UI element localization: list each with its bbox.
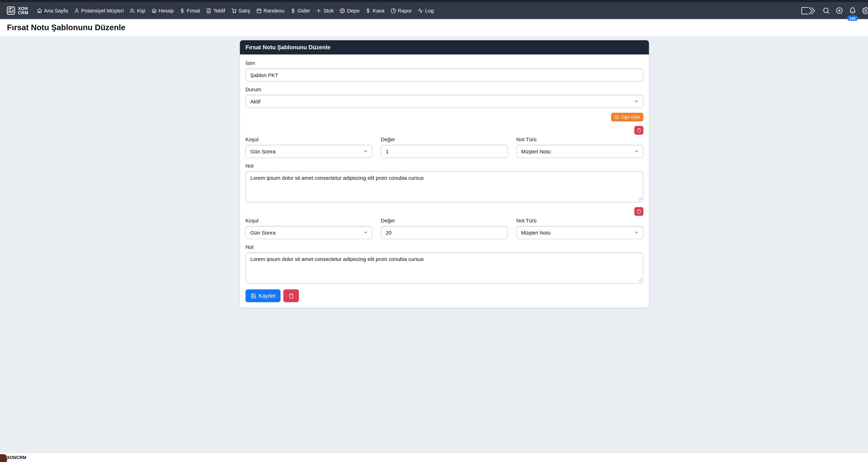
nav-item-kisi[interactable]: Kişi [130, 8, 145, 13]
delete-item-button[interactable] [634, 207, 643, 216]
dollar-icon [290, 8, 296, 13]
skip-forward-icon[interactable] [801, 6, 817, 15]
condition-label: Koşul [245, 136, 373, 142]
note-type-col: Not Türü Müşteri Notu [516, 218, 643, 239]
nav-item-teklif[interactable]: Teklif [206, 8, 225, 13]
note-type-col: Not Türü Müşteri Notu [516, 136, 643, 158]
value-input[interactable] [381, 145, 508, 158]
nav-item-firsat[interactable]: Fırsat [180, 8, 200, 13]
chevron-down-icon [634, 149, 639, 154]
note-textarea[interactable]: Lorem ipsum dolor sit amet consectetur a… [245, 252, 643, 284]
pie-chart-icon [391, 8, 396, 13]
card-body: İsim Durum Aktif Öğe Ekle [240, 55, 649, 308]
home-icon [37, 8, 42, 13]
note-type-label: Not Türü [516, 136, 643, 142]
nav-item-randevu[interactable]: Randevu [256, 8, 284, 13]
nav-item-kasa[interactable]: Kasa [365, 8, 384, 13]
nav-item-potansiyel-musteri[interactable]: Potansiyel Müşteri [74, 8, 124, 13]
value-col: Değer [381, 136, 508, 158]
name-label: İsim [245, 60, 643, 66]
name-group: İsim [245, 60, 643, 81]
search-icon[interactable] [823, 7, 830, 14]
note-label: Not [245, 163, 643, 169]
page-title-bar: Fırsat Notu Şablonunu Düzenle [0, 19, 868, 36]
navbar-right: 192 [801, 6, 868, 15]
plus-icon [316, 8, 322, 13]
calendar-icon [256, 8, 261, 13]
plus-circle-icon [614, 115, 619, 119]
trash-icon [637, 209, 641, 214]
footer-brand: XONCRM [7, 455, 26, 460]
item-delete-row [245, 126, 643, 135]
condition-select[interactable]: Gün Sonra [245, 226, 373, 239]
value-col: Değer [381, 218, 508, 239]
value-label: Değer [381, 218, 508, 224]
nav-item-depo[interactable]: Depo [340, 8, 360, 13]
chevron-down-icon [363, 230, 368, 235]
delete-template-button[interactable] [283, 289, 299, 302]
logo-chart-icon [6, 6, 16, 15]
value-input[interactable] [381, 226, 508, 239]
nav-item-rapor[interactable]: Rapor [391, 8, 412, 13]
add-item-row: Öğe Ekle [245, 113, 643, 122]
trash-icon [288, 293, 294, 299]
footer: XONCRM [0, 453, 868, 462]
status-group: Durum Aktif [245, 87, 643, 108]
item-delete-row [245, 207, 643, 216]
bell-icon [849, 7, 856, 14]
value-label: Değer [381, 136, 508, 142]
nav-item-satis[interactable]: Satış [231, 8, 250, 13]
nav-item-hesap[interactable]: Hesap [151, 8, 174, 13]
top-strip [0, 0, 868, 2]
name-input[interactable] [245, 68, 643, 81]
status-select[interactable]: Aktif [245, 95, 643, 108]
condition-col: Koşul Gün Sonra [245, 218, 373, 239]
condition-col: Koşul Gün Sonra [245, 136, 373, 158]
brand-logo[interactable]: XON CRM [6, 6, 28, 15]
nav-item-ana-sayfa[interactable]: Ana Sayfa [37, 8, 68, 13]
template-item: Koşul Gün Sonra Değer Not Türü [245, 207, 643, 284]
note-label: Not [245, 244, 643, 250]
note-group: Not Lorem ipsum dolor sit amet consectet… [245, 244, 643, 284]
nav-menu: Ana Sayfa Potansiyel Müşteri Kişi Hesap … [37, 8, 434, 13]
gear-icon[interactable] [862, 7, 868, 14]
note-group: Not Lorem ipsum dolor sit amet consectet… [245, 163, 643, 202]
nav-item-gider[interactable]: Gider [290, 8, 310, 13]
notification-count-badge: 192 [847, 15, 858, 21]
item-fields-row: Koşul Gün Sonra Değer Not Türü [245, 218, 643, 239]
chevron-down-icon [634, 99, 639, 104]
chevron-down-icon [634, 230, 639, 235]
activity-icon [418, 8, 424, 13]
add-item-button[interactable]: Öğe Ekle [611, 113, 643, 122]
user-icon [74, 8, 80, 13]
navbar: XON CRM Ana Sayfa Potansiyel Müşteri Kiş… [0, 2, 868, 19]
delete-item-button[interactable] [634, 126, 643, 135]
item-fields-row: Koşul Gün Sonra Değer Not Türü [245, 136, 643, 158]
corner-blob [0, 454, 7, 462]
brand-text: XON CRM [18, 6, 28, 15]
form-actions: Kaydet [245, 289, 643, 302]
note-type-select[interactable]: Müşteri Notu [516, 145, 643, 158]
status-label: Durum [245, 87, 643, 92]
main-content: Fırsat Notu Şablonunu Düzenle İsim Durum… [0, 36, 868, 453]
condition-select[interactable]: Gün Sonra [245, 145, 373, 158]
nav-item-log[interactable]: Log [418, 8, 434, 13]
app-root: XON CRM Ana Sayfa Potansiyel Müşteri Kiş… [0, 0, 868, 462]
file-text-icon [206, 8, 212, 13]
plus-circle-icon[interactable] [836, 7, 843, 14]
cart-icon [231, 8, 237, 13]
page-title: Fırsat Notu Şablonunu Düzenle [7, 23, 125, 32]
note-textarea[interactable]: Lorem ipsum dolor sit amet consectetur a… [245, 171, 643, 202]
card-header-title: Fırsat Notu Şablonunu Düzenle [240, 40, 649, 55]
building-icon [151, 8, 157, 13]
save-button[interactable]: Kaydet [245, 289, 281, 302]
dollar-icon [180, 8, 185, 13]
dollar-icon [365, 8, 371, 13]
condition-label: Koşul [245, 218, 373, 224]
template-form-card: Fırsat Notu Şablonunu Düzenle İsim Durum… [240, 40, 649, 308]
notifications[interactable]: 192 [849, 7, 856, 14]
chevron-down-icon [363, 149, 368, 154]
note-type-select[interactable]: Müşteri Notu [516, 226, 643, 239]
nav-item-stok[interactable]: Stok [316, 8, 334, 13]
package-icon [340, 8, 345, 13]
